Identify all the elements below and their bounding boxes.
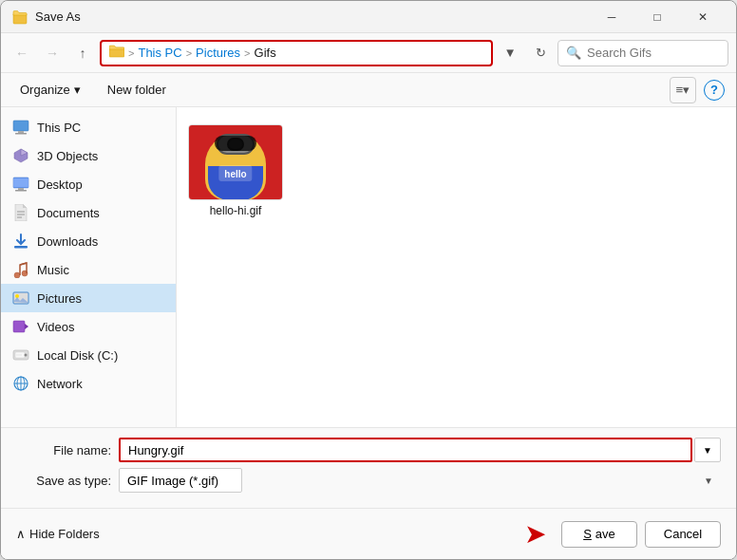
forward-button[interactable]: → xyxy=(39,40,66,66)
svg-rect-3 xyxy=(18,131,24,133)
svg-rect-19 xyxy=(13,321,25,332)
organize-button[interactable]: Organize ▾ xyxy=(12,79,88,101)
gif-image: hello xyxy=(189,124,282,200)
filename-label: File name: xyxy=(16,443,111,457)
breadcrumb: > This PC > Pictures > Gifs xyxy=(100,40,493,66)
file-name-hello-hi: hello-hi.gif xyxy=(210,204,262,217)
svg-rect-2 xyxy=(13,121,28,131)
filetype-select-arrow: ▼ xyxy=(704,476,713,486)
search-icon: 🔍 xyxy=(566,46,581,60)
desktop-icon xyxy=(12,176,29,193)
sidebar-item-3d-objects[interactable]: 3D Objects xyxy=(1,141,176,170)
file-thumbnail-hello-hi: hello xyxy=(188,124,283,200)
toolbar: Organize ▾ New folder ≡ ▾ ? xyxy=(1,73,736,107)
hide-folders-arrow: ∧ xyxy=(16,527,26,541)
organize-arrow: ▾ xyxy=(74,83,81,97)
footer-actions: ➤ Save Cancel xyxy=(524,518,721,550)
organize-label: Organize xyxy=(20,83,70,97)
filename-input[interactable] xyxy=(119,438,692,462)
svg-marker-20 xyxy=(25,324,28,329)
breadcrumb-folder-icon xyxy=(109,45,124,61)
svg-rect-9 xyxy=(18,188,24,190)
local-disk-icon xyxy=(12,346,29,364)
save-underline-s: S xyxy=(583,527,592,541)
sidebar-label-network: Network xyxy=(37,377,164,391)
sidebar-item-music[interactable]: Music xyxy=(1,255,176,284)
breadcrumb-sep-3: > xyxy=(244,47,250,59)
file-item-hello-hi-gif[interactable]: hello hello-hi.gif xyxy=(188,119,283,223)
sidebar-label-desktop: Desktop xyxy=(37,177,164,192)
sidebar-label-downloads: Downloads xyxy=(37,234,164,249)
svg-rect-10 xyxy=(15,190,27,192)
breadcrumb-pictures[interactable]: Pictures xyxy=(196,46,240,60)
dialog-icon xyxy=(12,9,28,25)
save-as-dialog: Save As ─ □ ✕ ← → ↑ > This PC > Pictures… xyxy=(0,0,737,560)
filetype-select-wrapper: GIF Image (*.gif) PNG Image (*.png) JPEG… xyxy=(119,468,721,493)
downloads-icon xyxy=(12,233,29,250)
maximize-button[interactable]: □ xyxy=(635,1,679,33)
breadcrumb-dropdown-button[interactable]: ▼ xyxy=(497,40,523,66)
minimize-button[interactable]: ─ xyxy=(590,1,633,33)
network-icon xyxy=(12,375,29,392)
search-input[interactable] xyxy=(587,46,720,60)
back-button[interactable]: ← xyxy=(9,40,35,66)
toolbar-right: ≡ ▾ ? xyxy=(670,77,725,103)
videos-icon xyxy=(12,318,29,335)
new-folder-label: New folder xyxy=(107,83,166,97)
sidebar-item-network[interactable]: Network xyxy=(1,369,176,398)
sidebar-label-videos: Videos xyxy=(37,320,164,334)
search-bar: 🔍 xyxy=(557,40,728,66)
file-area: hello hello-hi.gif xyxy=(177,107,736,427)
close-button[interactable]: ✕ xyxy=(681,1,725,33)
filetype-select[interactable]: GIF Image (*.gif) PNG Image (*.png) JPEG… xyxy=(119,468,242,493)
bottom-section: File name: ▼ Save as type: GIF Image (*.… xyxy=(1,427,736,508)
breadcrumb-sep-1: > xyxy=(128,47,134,59)
view-button[interactable]: ≡ ▾ xyxy=(670,77,696,103)
cancel-button[interactable]: Cancel xyxy=(645,521,721,548)
breadcrumb-gifs: Gifs xyxy=(255,46,276,60)
footer: ∧ Hide Folders ➤ Save Cancel xyxy=(1,508,736,559)
documents-icon xyxy=(12,204,29,221)
view-icon: ≡ xyxy=(676,83,684,97)
sidebar-label-this-pc: This PC xyxy=(37,121,164,135)
sidebar-item-downloads[interactable]: Downloads xyxy=(1,227,176,255)
title-bar: Save As ─ □ ✕ xyxy=(1,1,736,33)
svg-rect-4 xyxy=(15,133,27,135)
filename-row: File name: ▼ xyxy=(16,438,721,462)
gif-hello-text: hello xyxy=(224,169,246,179)
filetype-label: Save as type: xyxy=(16,474,111,488)
sidebar-label-3d-objects: 3D Objects xyxy=(37,149,164,163)
pictures-icon xyxy=(12,289,29,307)
sidebar-label-pictures: Pictures xyxy=(37,291,164,306)
up-button[interactable]: ↑ xyxy=(69,40,96,66)
svg-rect-14 xyxy=(14,246,28,249)
help-button[interactable]: ? xyxy=(704,80,725,101)
sidebar-item-documents[interactable]: Documents xyxy=(1,198,176,227)
view-arrow: ▾ xyxy=(683,83,690,97)
sidebar: This PC 3D Objects xyxy=(1,107,177,427)
hide-folders-button[interactable]: ∧ Hide Folders xyxy=(16,527,100,541)
sidebar-label-documents: Documents xyxy=(37,206,164,220)
music-icon xyxy=(12,261,29,278)
breadcrumb-sep-2: > xyxy=(186,47,192,59)
breadcrumb-this-pc[interactable]: This PC xyxy=(138,46,181,60)
dialog-title: Save As xyxy=(35,9,590,24)
sidebar-item-local-disk[interactable]: Local Disk (C:) xyxy=(1,341,176,369)
save-arrow-indicator: ➤ xyxy=(524,518,546,550)
main-content: This PC 3D Objects xyxy=(1,107,736,427)
svg-rect-8 xyxy=(13,178,28,187)
filename-dropdown-button[interactable]: ▼ xyxy=(694,438,721,462)
sidebar-item-this-pc[interactable]: This PC xyxy=(1,113,176,141)
window-controls: ─ □ ✕ xyxy=(590,1,725,33)
svg-point-15 xyxy=(14,272,20,278)
this-pc-icon xyxy=(12,119,29,136)
sidebar-item-pictures[interactable]: Pictures xyxy=(1,284,176,312)
new-folder-button[interactable]: New folder xyxy=(100,79,174,101)
nav-bar: ← → ↑ > This PC > Pictures > Gifs ▼ ↻ 🔍 xyxy=(1,33,736,73)
sidebar-item-desktop[interactable]: Desktop xyxy=(1,170,176,198)
save-button[interactable]: Save xyxy=(561,521,637,548)
save-label-rest: ave xyxy=(595,527,615,541)
sidebar-item-videos[interactable]: Videos xyxy=(1,312,176,341)
svg-point-23 xyxy=(25,354,28,357)
refresh-button[interactable]: ↻ xyxy=(527,40,554,66)
